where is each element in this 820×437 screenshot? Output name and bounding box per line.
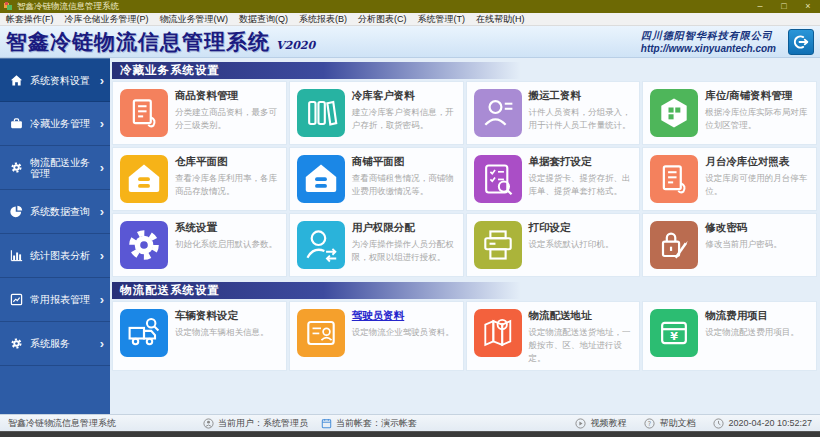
card-description: 设定物流配送送货地址，一般按市、区、地址进行设定。: [529, 326, 635, 366]
feature-card[interactable]: 单据套打设定设定提货卡、提货存折、出库单、提货单套打格式。: [466, 147, 641, 211]
sidebar-item[interactable]: 物流配送业务管理›: [0, 146, 110, 190]
exit-button[interactable]: [788, 29, 814, 55]
main-content: 冷藏业务系统设置商品资料管理分类建立商品资料，最多可分三级类别。冷库客户资料建立…: [110, 58, 820, 414]
briefcase-icon: [9, 116, 24, 131]
feature-card[interactable]: 物流配送地址设定物流配送送货地址，一般按市、区、地址进行设定。: [466, 301, 641, 371]
menu-item[interactable]: 系统报表(B): [299, 13, 347, 26]
account-book-icon: [321, 418, 332, 429]
brand: 智鑫冷链物流信息管理系统 V2020: [6, 28, 315, 56]
password-icon: [650, 221, 698, 269]
card-description: 设定系统默认打印机。: [529, 238, 635, 251]
chevron-right-icon: ›: [100, 248, 104, 263]
feature-card[interactable]: 仓库平面图查看冷库各库利用率，各库商品存放情况。: [112, 147, 287, 211]
card-title: 打印设定: [529, 221, 635, 235]
sidebar-item[interactable]: 常用报表管理›: [0, 278, 110, 322]
feature-card[interactable]: 商铺平面图查看商铺租售情况，商铺物业费用收缴情况等。: [289, 147, 464, 211]
sidebar-item-label: 常用报表管理: [30, 294, 100, 305]
document-icon: [120, 89, 168, 137]
card-title: 物流费用项目: [705, 309, 811, 323]
video-tutorial-label: 视频教程: [590, 417, 626, 430]
menu-item[interactable]: 在线帮助(H): [476, 13, 525, 26]
card-description: 建立冷库客户资料信息，开户存折，取货密码。: [352, 106, 458, 132]
card-description: 修改当前用户密码。: [705, 238, 811, 251]
feature-card[interactable]: ¥物流费用项目设定物流配送费用项目。: [642, 301, 817, 371]
feature-card[interactable]: 用户权限分配为冷库操作操作人员分配权限，权限以组进行授权。: [289, 213, 464, 277]
feature-card[interactable]: 搬运工资料计件人员资料，分组录入，用于计件人员工作量统计。: [466, 81, 641, 145]
sidebar-item[interactable]: 统计图表分析›: [0, 234, 110, 278]
feature-card[interactable]: 修改密码修改当前用户密码。: [642, 213, 817, 277]
feature-card[interactable]: 冷库客户资料建立冷库客户资料信息，开户存折，取货密码。: [289, 81, 464, 145]
card-text: 库位/商铺资料管理根据冷库位库实际布局对库位划区管理。: [705, 86, 811, 140]
card-text: 修改密码修改当前用户密码。: [705, 218, 811, 272]
card-description: 为冷库操作操作人员分配权限，权限以组进行授权。: [352, 238, 458, 264]
feature-card[interactable]: 驾驶员资料设定物流企业驾驶员资料。: [289, 301, 464, 371]
warehouse-icon: [650, 89, 698, 137]
menu-item[interactable]: 冷库仓储业务管理(P): [65, 13, 149, 26]
card-text: 单据套打设定设定提货卡、提货存折、出库单、提货单套打格式。: [529, 152, 635, 206]
video-tutorial-link[interactable]: 视频教程: [575, 417, 626, 430]
sidebar-item[interactable]: 冷藏业务管理›: [0, 102, 110, 146]
feature-card[interactable]: 车辆资料设定设定物流车辆相关信息。: [112, 301, 287, 371]
cash-icon: ¥: [650, 309, 698, 357]
card-description: 设定物流企业驾驶员资料。: [352, 326, 458, 339]
question-circle-icon: ?: [644, 418, 655, 429]
menu-bar: 帐套操作(F)冷库仓储业务管理(P)物流业务管理(W)数据查询(Q)系统报表(B…: [0, 13, 820, 26]
gear-icon: [9, 336, 24, 351]
sidebar-item[interactable]: 系统数据查询›: [0, 190, 110, 234]
gear-icon: [120, 221, 168, 269]
company-name: 四川德阳智华科技有限公司: [641, 29, 776, 42]
maximize-button[interactable]: □: [772, 0, 796, 13]
card-title: 单据套打设定: [529, 155, 635, 169]
sidebar-item[interactable]: 系统资料设置›: [0, 58, 110, 102]
menu-item[interactable]: 物流业务管理(W): [160, 13, 229, 26]
card-text: 系统设置初始化系统启用默认参数。: [175, 218, 281, 272]
feature-card[interactable]: 商品资料管理分类建立商品资料，最多可分三级类别。: [112, 81, 287, 145]
card-text: 打印设定设定系统默认打印机。: [529, 218, 635, 272]
taskbar-strip: [0, 431, 820, 437]
feature-card[interactable]: 打印设定设定系统默认打印机。: [466, 213, 641, 277]
minimize-button[interactable]: –: [748, 0, 772, 13]
card-title: 用户权限分配: [352, 221, 458, 235]
card-description: 设定库房可使用的月台停车位。: [705, 172, 811, 198]
menu-item[interactable]: 数据查询(Q): [239, 13, 288, 26]
card-title: 商品资料管理: [175, 89, 281, 103]
sidebar-item[interactable]: 系统服务›: [0, 322, 110, 366]
help-doc-link[interactable]: ? 帮助文档: [644, 417, 695, 430]
svg-text:?: ?: [648, 419, 651, 427]
map-icon: [474, 309, 522, 357]
section-header: 物流配送系统设置: [112, 282, 817, 299]
feature-card[interactable]: 月台冷库位对照表设定库房可使用的月台停车位。: [642, 147, 817, 211]
card-text: 物流费用项目设定物流配送费用项目。: [705, 306, 811, 366]
chevron-right-icon: ›: [100, 336, 104, 351]
close-button[interactable]: ×: [796, 0, 820, 13]
house-icon: [120, 155, 168, 203]
section-header: 冷藏业务系统设置: [112, 62, 817, 79]
card-text: 商铺平面图查看商铺租售情况，商铺物业费用收缴情况等。: [352, 152, 458, 206]
document-icon: [650, 155, 698, 203]
card-title: 车辆资料设定: [175, 309, 281, 323]
feature-card[interactable]: 库位/商铺资料管理根据冷库位库实际布局对库位划区管理。: [642, 81, 817, 145]
card-title: 冷库客户资料: [352, 89, 458, 103]
statusbar-app-name: 智鑫冷链物流信息管理系统: [8, 417, 203, 430]
chevron-right-icon: ›: [100, 73, 104, 88]
card-title: 系统设置: [175, 221, 281, 235]
menu-item[interactable]: 系统管理(T): [418, 13, 466, 26]
bar-chart-icon: [9, 248, 24, 263]
card-text: 搬运工资料计件人员资料，分组录入，用于计件人员工作量统计。: [529, 86, 635, 140]
app-icon: [4, 2, 13, 11]
checklist-icon: [474, 155, 522, 203]
printer-icon: [474, 221, 522, 269]
menu-item[interactable]: 帐套操作(F): [6, 13, 54, 26]
chevron-right-icon: ›: [100, 204, 104, 219]
menu-item[interactable]: 分析图表(C): [358, 13, 407, 26]
sidebar-item-label: 系统资料设置: [30, 75, 100, 86]
house-icon: [297, 155, 345, 203]
gear-icon: [9, 160, 24, 175]
card-description: 根据冷库位库实际布局对库位划区管理。: [705, 106, 811, 132]
user-circle-icon: [203, 418, 214, 429]
card-description: 分类建立商品资料，最多可分三级类别。: [175, 106, 281, 132]
card-title: 商铺平面图: [352, 155, 458, 169]
feature-card[interactable]: 系统设置初始化系统启用默认参数。: [112, 213, 287, 277]
sidebar-item-label: 统计图表分析: [30, 250, 100, 261]
card-description: 查看冷库各库利用率，各库商品存放情况。: [175, 172, 281, 198]
